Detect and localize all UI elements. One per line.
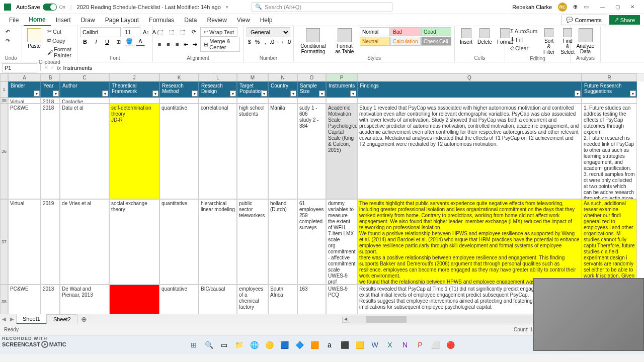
menu-page-layout[interactable]: Page Layout xyxy=(100,15,144,26)
font-color-button[interactable]: A xyxy=(136,37,145,46)
col-header-O[interactable]: O xyxy=(297,73,326,81)
row-header-r35[interactable]: 35 xyxy=(0,98,8,104)
header-country[interactable]: Country▾ xyxy=(268,81,297,98)
col-header-K[interactable]: K xyxy=(159,73,199,81)
col-header-A[interactable]: A xyxy=(8,73,41,81)
font-size-select[interactable] xyxy=(123,27,140,37)
cell-N36[interactable]: Manila xyxy=(268,104,297,199)
tb-app7-icon[interactable]: 🔴 xyxy=(444,339,456,351)
cell-J36[interactable]: self-determination theoryJD-R xyxy=(109,104,159,199)
header-design[interactable]: Research Design▾ xyxy=(199,81,237,98)
cell-J37[interactable]: social exchange theory xyxy=(109,199,159,285)
row-header-r36[interactable]: 36 xyxy=(0,104,8,199)
cell-Q35[interactable] xyxy=(357,98,582,104)
cell-P37[interactable]: dummy variables to measure the extent of… xyxy=(326,199,357,285)
cell-R35[interactable] xyxy=(582,98,637,104)
cell-B37[interactable]: 2019 xyxy=(41,199,60,285)
tb-app4-icon[interactable]: ⬛ xyxy=(339,339,351,351)
tb-onenote-icon[interactable]: N xyxy=(399,339,411,351)
menu-formulas[interactable]: Formulas xyxy=(144,15,179,26)
tb-explorer-icon[interactable]: 📁 xyxy=(233,339,245,351)
sheet-tab-2[interactable]: Sheet2 xyxy=(47,314,77,324)
cell-M35[interactable] xyxy=(237,98,268,104)
align-center-button[interactable]: ≡ xyxy=(165,40,172,49)
style-check-cell[interactable]: Check Cell xyxy=(421,37,451,46)
cell-J35[interactable] xyxy=(109,98,159,104)
filter-icon[interactable]: ▾ xyxy=(53,90,59,97)
underline-button[interactable]: U xyxy=(103,37,112,46)
autosave-toggle[interactable]: AutoSave On xyxy=(16,4,65,11)
name-box[interactable]: P1 xyxy=(2,63,37,72)
cell-B35[interactable]: 2018 xyxy=(41,98,60,104)
add-sheet-button[interactable]: ⊕ xyxy=(79,315,89,324)
currency-button[interactable]: $ xyxy=(247,37,253,46)
cell-R37[interactable]: As such, additional resear examine wheth… xyxy=(582,199,637,285)
accept-formula-icon[interactable]: ✓ xyxy=(50,64,55,71)
autosum-button[interactable]: Σ AutoSum xyxy=(508,27,539,35)
tb-chrome-icon[interactable]: 🟡 xyxy=(263,339,275,351)
cell-P36[interactable]: Academic Motivation ScalePsychological C… xyxy=(326,104,357,199)
cancel-formula-icon[interactable]: ✕ xyxy=(44,64,48,71)
cell-O37[interactable]: 61 employees259 completed surveys xyxy=(297,199,326,285)
col-header-L[interactable]: L xyxy=(199,73,237,81)
document-title[interactable]: 2020 Reading Schedule-Checklist · Last M… xyxy=(77,4,221,10)
percent-button[interactable]: % xyxy=(255,37,261,46)
inc-decimal-button[interactable]: .0→ xyxy=(270,37,279,46)
cell-O36[interactable]: sudy 1 - 606study 2 - 384 xyxy=(297,104,326,199)
filter-icon[interactable]: ▾ xyxy=(319,90,325,97)
col-header-N[interactable]: N xyxy=(268,73,297,81)
menu-file[interactable]: File xyxy=(4,15,24,26)
minimize-button[interactable]: — xyxy=(595,2,610,12)
style-calculation[interactable]: Calculation xyxy=(390,37,421,46)
font-select[interactable] xyxy=(80,27,121,37)
header-author[interactable]: Author▾ xyxy=(60,81,109,98)
style-good[interactable]: Good xyxy=(421,27,451,36)
cell-K36[interactable]: quantitative xyxy=(159,104,199,199)
cell-C36[interactable]: Datu et al xyxy=(60,104,109,199)
menu-draw[interactable]: Draw xyxy=(76,15,100,26)
header-future[interactable]: Future Research Suggestions▾ xyxy=(582,81,637,98)
menu-view[interactable]: View xyxy=(232,15,255,26)
col-header-C[interactable]: C xyxy=(60,73,109,81)
menu-data[interactable]: Data xyxy=(179,15,202,26)
cell-A36[interactable]: PC&WE xyxy=(8,104,41,199)
filter-icon[interactable]: ▾ xyxy=(350,90,356,97)
style-bad[interactable]: Bad xyxy=(390,27,421,36)
cell-M36[interactable]: high school students xyxy=(237,104,268,199)
cell-N35[interactable] xyxy=(268,98,297,104)
insert-cells-button[interactable]: Insert xyxy=(458,27,474,46)
filter-icon[interactable]: ▾ xyxy=(261,90,267,97)
tb-excel-icon[interactable]: X xyxy=(384,339,396,351)
conditional-formatting-button[interactable]: Conditional Formatting xyxy=(297,27,330,55)
cell-C37[interactable]: de Vries et al xyxy=(60,199,109,285)
avatar[interactable]: RC xyxy=(558,3,567,12)
indent-inc-button[interactable]: ⇥ xyxy=(192,40,199,49)
start-icon[interactable]: ⊞ xyxy=(188,339,200,351)
tab-nav-prev[interactable]: ◀ xyxy=(0,316,8,322)
col-header-Q[interactable]: Q xyxy=(357,73,582,81)
paste-button[interactable]: Paste xyxy=(25,27,43,59)
cell-M37[interactable]: public sector teleworkers xyxy=(237,199,268,285)
bold-button[interactable]: B xyxy=(80,37,90,46)
cell-L37[interactable]: hierarchical linear modeling xyxy=(199,199,237,285)
tb-search-icon[interactable]: 🔍 xyxy=(203,339,215,351)
dec-decimal-button[interactable]: ←.0 xyxy=(281,37,290,46)
redo-button[interactable]: ↷ xyxy=(3,36,12,45)
menu-home[interactable]: Home xyxy=(24,14,50,26)
format-as-table-button[interactable]: Format as Table xyxy=(333,27,357,55)
cell-N37[interactable]: holland (Dutch) xyxy=(268,199,297,285)
header-framework[interactable]: Theoretical Framework▾ xyxy=(109,81,159,98)
filter-icon[interactable]: ▾ xyxy=(192,90,198,97)
formula-input[interactable] xyxy=(63,65,641,71)
cell-K35[interactable] xyxy=(159,98,199,104)
tb-amazon-icon[interactable]: a xyxy=(324,339,336,351)
comma-button[interactable]: , xyxy=(262,37,268,46)
tb-app3-icon[interactable]: 🟧 xyxy=(308,339,320,351)
cell-O35[interactable] xyxy=(297,98,326,104)
delete-cells-button[interactable]: Delete xyxy=(475,27,494,46)
merge-button[interactable]: ⊞ Merge & Center xyxy=(200,37,240,52)
hscroll-thumb[interactable] xyxy=(366,316,407,323)
row-header-r37[interactable]: 37 xyxy=(0,199,8,285)
maximize-button[interactable]: ▢ xyxy=(610,2,625,12)
filter-icon[interactable]: ▾ xyxy=(290,90,296,97)
